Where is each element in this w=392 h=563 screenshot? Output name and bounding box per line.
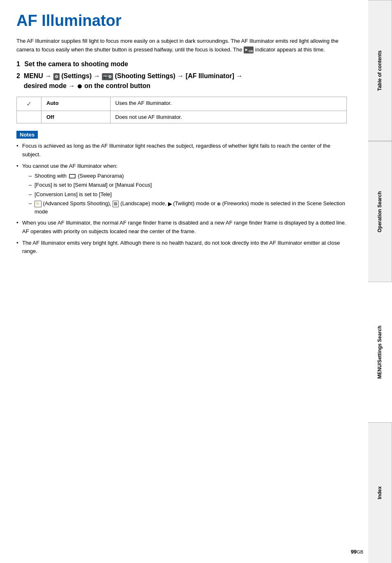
list-item: Shooting with (Sweep Panorama)	[29, 172, 347, 180]
notes-list: Focus is achieved as long as the AF Illu…	[16, 142, 347, 255]
table-cell-label: Auto	[42, 97, 111, 111]
table-cell-icon: ✓	[17, 97, 42, 111]
page-title: AF Illuminator	[16, 12, 347, 30]
table-cell-desc: Uses the AF Illuminator.	[110, 97, 346, 111]
list-item: [Conversion Lens] is set to [Tele]	[29, 190, 347, 199]
check-icon: ✓	[26, 100, 32, 107]
intro-paragraph: The AF Illuminator supplies fill light t…	[16, 37, 347, 54]
main-content: AF Illuminator The AF Illuminator suppli…	[0, 0, 367, 276]
sidebar-tab-menu[interactable]: MENU/Settings Search	[368, 282, 392, 422]
list-item: ⛅ (Advanced Sports Shooting), ▨ (Landsca…	[29, 199, 347, 215]
table-row: ✓ Auto Uses the AF Illuminator.	[17, 97, 347, 111]
table-cell-label: Off	[42, 111, 111, 123]
table-cell-icon	[17, 111, 42, 123]
page-suffix: GB	[357, 549, 363, 554]
list-item: [Focus] is set to [Semi Manual] or [Manu…	[29, 181, 347, 189]
sidebar: Table of contents Operation Search MENU/…	[368, 0, 392, 563]
landscape-icon: ▨	[113, 201, 119, 207]
list-item: The AF Illuminator emits very bright lig…	[16, 239, 347, 255]
settings-table: ✓ Auto Uses the AF Illuminator. Off Does…	[16, 97, 347, 123]
sub-list: Shooting with (Sweep Panorama) [Focus] i…	[22, 172, 347, 216]
step2: 2 MENU → ⚙ (Settings) → 📷⚙ (Shooting Set…	[16, 71, 347, 91]
notes-section: Notes Focus is achieved as long as the A…	[16, 131, 347, 255]
sidebar-tab-index[interactable]: Index	[368, 422, 392, 563]
table-row: Off Does not use AF Illuminator.	[17, 111, 347, 123]
sweep-icon	[69, 174, 76, 178]
list-item: You cannot use the AF Illuminator when: …	[16, 162, 347, 216]
step1-text: Set the camera to shooting mode	[24, 60, 128, 67]
notes-badge: Notes	[16, 131, 38, 139]
settings-icon: ⚙	[53, 73, 60, 80]
sidebar-tab-toc[interactable]: Table of contents	[368, 0, 392, 141]
adv-sports-icon: ⛅	[35, 201, 42, 207]
step2-number: 2	[16, 72, 20, 79]
camera-icon: 📷⚙	[102, 73, 113, 80]
indicator-icon: ►ON	[244, 46, 254, 53]
sidebar-tab-operation[interactable]: Operation Search	[368, 141, 392, 282]
step1-number: 1	[16, 60, 20, 67]
fireworks-icon: ❇	[217, 201, 221, 208]
table-cell-desc: Does not use AF Illuminator.	[110, 111, 346, 123]
list-item: When you use AF Illuminator, the normal …	[16, 219, 347, 235]
step1: 1 Set the camera to shooting mode	[16, 60, 347, 68]
page-number: 99GB	[351, 549, 363, 555]
twilight-icon: ▶	[168, 200, 172, 208]
list-item: Focus is achieved as long as the AF Illu…	[16, 142, 347, 158]
control-button-icon	[78, 84, 82, 88]
